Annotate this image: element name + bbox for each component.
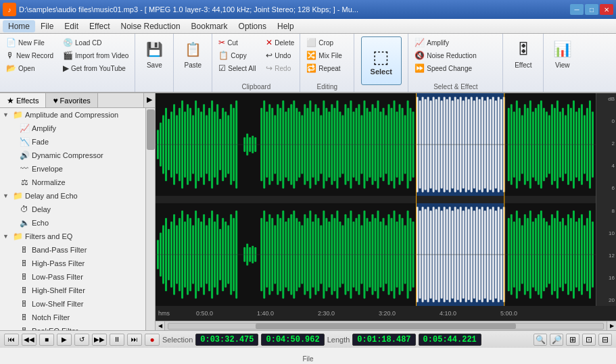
- tree-item-peakeq[interactable]: 🎚 PeakEQ Filter: [0, 324, 145, 330]
- scrollbar-track[interactable]: [168, 323, 604, 330]
- folder-delay-icon: 📁: [12, 190, 23, 201]
- record-button[interactable]: ●: [145, 334, 160, 346]
- save-button[interactable]: 💾 Save: [139, 36, 169, 71]
- db-label-6: 4: [598, 163, 615, 169]
- ribbon-group-effects: 📈 Amplify 🔇 Noise Reduction ⏩ Speed Chan…: [408, 34, 503, 92]
- favorites-tab-icon: ♥: [53, 96, 57, 105]
- tree-item-lowpass[interactable]: 🎚 Low-Pass Filter: [0, 270, 145, 284]
- status-bar: ⏮ ◀◀ ■ ▶ ↺ ▶▶ ⏸ ⏭ ● Selection 0:03:32.47…: [0, 330, 616, 348]
- menu-effect[interactable]: Effect: [84, 20, 115, 32]
- ribbon: 📄 New File 🎙 New Record 📂 Open 💿 Load CD…: [0, 34, 616, 93]
- menu-bookmark[interactable]: Bookmark: [186, 20, 233, 32]
- timeline-tick-3: 2:30.0: [318, 310, 335, 317]
- tree-item-notch[interactable]: 🎚 Notch Filter: [0, 311, 145, 324]
- menu-noise-reduction[interactable]: Noise Reduction: [116, 20, 186, 32]
- zoom-out-button[interactable]: 🔎: [550, 334, 563, 346]
- new-file-button[interactable]: 📄 New File: [3, 36, 57, 49]
- tree-item-fade[interactable]: 📉 Fade: [0, 135, 145, 149]
- select-button[interactable]: ⬚ Select: [361, 36, 402, 85]
- zoom-in-button[interactable]: 🔍: [534, 334, 547, 346]
- tree-item-bandpass[interactable]: 🎚 Band-Pass Filter: [0, 243, 145, 257]
- ribbon-group-file: 📄 New File 🎙 New Record 📂 Open 💿 Load CD…: [0, 34, 135, 92]
- tree-item-echo[interactable]: 🔈 Echo: [0, 216, 145, 230]
- tree-item-filters-eq[interactable]: ▼ 📁 Filters and EQ: [0, 230, 145, 243]
- menu-bar: Home File Edit Effect Noise Reduction Bo…: [0, 19, 616, 34]
- mix-file-button[interactable]: 🔀 Mix File: [303, 49, 351, 61]
- new-record-button[interactable]: 🎙 New Record: [3, 49, 57, 61]
- minimize-button[interactable]: ─: [570, 4, 584, 15]
- forward-button[interactable]: ▶▶: [92, 334, 107, 346]
- effects-tab[interactable]: ★ Effects: [0, 93, 46, 107]
- lowpass-icon: 🎚: [19, 271, 30, 282]
- effect-button[interactable]: 🎛 Effect: [508, 36, 538, 71]
- length-start-display: 0:01:18.487: [352, 334, 415, 346]
- menu-home[interactable]: Home: [3, 20, 35, 32]
- tree-item-highpass[interactable]: 🎚 High-Pass Filter: [0, 257, 145, 270]
- stop-button[interactable]: ■: [39, 334, 54, 346]
- timeline-tick-6: 5:00.0: [500, 310, 517, 317]
- amplify-button[interactable]: 📈 Amplify: [411, 36, 500, 49]
- scroll-left-button[interactable]: ◀: [156, 321, 165, 331]
- envelope-icon: 〰: [19, 163, 30, 174]
- scroll-right-button[interactable]: ▶: [607, 321, 616, 331]
- redo-button[interactable]: ↪ Redo: [262, 62, 298, 74]
- loop-button[interactable]: ↺: [74, 334, 89, 346]
- play-button[interactable]: ▶: [57, 334, 72, 346]
- waveform-scrollbar[interactable]: ◀ ▶: [156, 321, 616, 330]
- menu-edit[interactable]: Edit: [59, 20, 84, 32]
- selection-start-display: 0:03:32.475: [195, 334, 258, 346]
- noise-reduction-button[interactable]: 🔇 Noise Reduction: [411, 49, 500, 61]
- timeline-tick-2: 1:40.0: [257, 310, 274, 317]
- tree-item-envelope[interactable]: 〰 Envelope: [0, 162, 145, 176]
- tree-item-amplify[interactable]: 📈 Amplify: [0, 122, 145, 135]
- get-youtube-icon: ▶: [63, 63, 69, 73]
- zoom-fit-button[interactable]: ⊞: [566, 334, 579, 346]
- back-button[interactable]: ◀◀: [22, 334, 37, 346]
- menu-options[interactable]: Options: [233, 20, 272, 32]
- pause-button[interactable]: ⏸: [110, 334, 124, 346]
- delay-icon: ⏱: [19, 204, 30, 215]
- load-cd-button[interactable]: 💿 Load CD: [60, 36, 132, 49]
- tree-item-lowshelf[interactable]: 🎚 Low-Shelf Filter: [0, 297, 145, 311]
- view-button[interactable]: 📊 View: [548, 36, 577, 71]
- amplify-tree-icon: 📈: [19, 123, 30, 134]
- speed-change-button[interactable]: ⏩ Speed Change: [411, 62, 500, 74]
- tree-scrollbar[interactable]: [145, 108, 155, 330]
- open-button[interactable]: 📂 Open: [3, 62, 57, 74]
- title-bar-left: ♪ D:\samples\audio files\music01.mp3 - […: [3, 3, 358, 16]
- effect-icon: 🎛: [513, 38, 534, 60]
- new-record-icon: 🎙: [6, 51, 14, 60]
- import-video-button[interactable]: 🎬 Import from Video: [60, 49, 132, 61]
- repeat-button[interactable]: 🔁 Repeat: [303, 62, 351, 74]
- scrollbar-thumb[interactable]: [256, 323, 517, 329]
- tree-item-delay[interactable]: ⏱ Delay: [0, 203, 145, 216]
- folder-filters-icon: 📁: [12, 231, 23, 242]
- maximize-button[interactable]: □: [585, 4, 598, 15]
- panel-collapse-button[interactable]: ▶: [143, 93, 155, 107]
- zoom-reset-button[interactable]: ⊟: [598, 334, 612, 346]
- end-button[interactable]: ⏭: [127, 334, 142, 346]
- favorites-tab[interactable]: ♥ Favorites: [46, 93, 97, 107]
- timeline-tick-5: 4:10.0: [440, 310, 456, 317]
- tree-item-amplitude-compression[interactable]: ▼ 📁 Amplitude and Compression: [0, 108, 145, 122]
- zoom-selection-button[interactable]: ⊡: [582, 334, 596, 346]
- effects-panel: ★ Effects ♥ Favorites ▶ ▼ 📁 Amplitude an…: [0, 93, 156, 330]
- delete-icon: ✕: [266, 38, 273, 47]
- paste-button[interactable]: 📋 Paste: [178, 36, 208, 71]
- undo-button[interactable]: ↩ Undo: [262, 49, 298, 61]
- db-label-4: 2: [598, 140, 615, 147]
- delete-button[interactable]: ✕ Delete: [262, 36, 298, 49]
- waveform-display[interactable]: dB 0 2 4 6 8 10 12 16 20: [156, 93, 616, 306]
- import-video-icon: 🎬: [63, 51, 73, 60]
- tree-item-highshelf[interactable]: 🎚 High-Shelf Filter: [0, 284, 145, 297]
- tree-item-delay-echo[interactable]: ▼ 📁 Delay and Echo: [0, 189, 145, 203]
- get-youtube-button[interactable]: ▶ Get from YouTube: [60, 62, 132, 74]
- close-button[interactable]: ✕: [600, 4, 613, 15]
- paste-icon: 📋: [182, 38, 204, 60]
- crop-button[interactable]: ⬜ Crop: [303, 36, 351, 49]
- tree-item-dynamic-compressor[interactable]: 🔊 Dynamic Compressor: [0, 149, 145, 162]
- menu-help[interactable]: Help: [272, 20, 300, 32]
- rewind-button[interactable]: ⏮: [4, 334, 19, 346]
- tree-item-normalize[interactable]: ⚖ Normalize: [0, 176, 145, 189]
- menu-file[interactable]: File: [35, 20, 59, 32]
